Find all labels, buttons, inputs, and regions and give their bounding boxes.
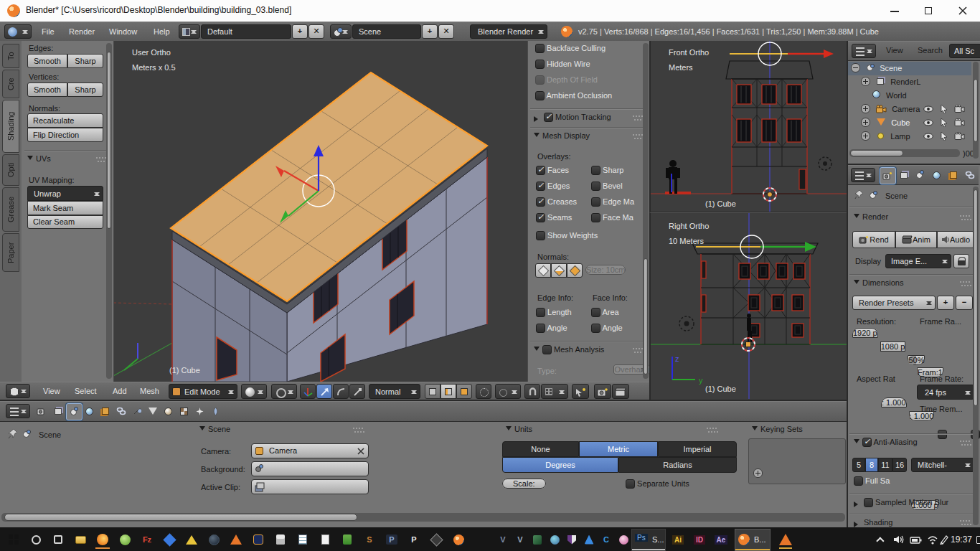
pureref-icon[interactable]: P [382, 530, 401, 549]
toolshelf-scrollbar[interactable] [106, 43, 112, 379]
keying-sets-panel-header[interactable]: Keying Sets [752, 425, 803, 433]
properties-scrollbar[interactable] [973, 187, 979, 525]
tab-paper[interactable]: Paper [2, 233, 19, 272]
ambient-occlusion-row[interactable]: Ambient Occlusion [535, 91, 612, 100]
faces-row[interactable]: Faces [536, 166, 569, 175]
units-imperial-button[interactable]: Imperial [658, 441, 737, 457]
tab-object-data[interactable] [145, 403, 160, 419]
outliner-row-world[interactable]: World [848, 89, 971, 103]
outliner-row-cube[interactable]: Cube [848, 116, 971, 130]
outliner-type-button[interactable] [852, 44, 876, 58]
mesh-analysis-header[interactable]: Mesh Analysis [534, 345, 604, 354]
tray-volume-icon[interactable] [890, 530, 908, 549]
minimize-button[interactable] [879, 0, 912, 22]
menu-render[interactable]: Render [69, 27, 95, 36]
rotate-manipulator-button[interactable] [333, 384, 349, 399]
edge-length-checkbox[interactable] [536, 308, 545, 317]
bottom-hscrollbar[interactable] [1, 513, 845, 522]
edge-smooth-button[interactable]: Smooth [27, 54, 67, 68]
edge-angle-row[interactable]: Angle [536, 324, 567, 333]
pin-icon[interactable] [7, 428, 18, 439]
cursor-icon[interactable] [940, 105, 948, 113]
edge-sharp-button[interactable]: Sharp [67, 54, 103, 68]
clear-seam-button[interactable]: Clear Seam [27, 215, 103, 229]
frame-rate-dropdown[interactable]: 24 fps [917, 385, 974, 400]
camera-field[interactable]: Camera [251, 443, 369, 458]
notepad-icon[interactable] [293, 530, 312, 549]
keying-sets-list[interactable] [748, 438, 846, 484]
viewport-shading-selector[interactable] [241, 384, 267, 399]
manipulator-toggle[interactable] [300, 384, 316, 399]
mark-seam-button[interactable]: Mark Seam [27, 201, 103, 215]
viewport-right[interactable]: z y Right Ortho 10 Meters (1) Cube [649, 212, 847, 400]
face-marks-checkbox[interactable] [591, 213, 600, 222]
show-weights-row[interactable]: Show Weights [536, 231, 598, 240]
panel-grip[interactable] [353, 428, 364, 433]
editor-type-button[interactable] [6, 384, 30, 398]
task-view-icon[interactable] [49, 530, 67, 549]
document-icon[interactable] [316, 530, 334, 549]
viewport-3d[interactable]: User Ortho Meters x 0.5 (1) Cube [113, 41, 527, 382]
recalculate-button[interactable]: Recalculate [27, 113, 103, 128]
face-angle-checkbox[interactable] [591, 324, 600, 333]
bevel-row[interactable]: Bevel [591, 182, 623, 191]
collapse-icon[interactable] [851, 63, 860, 72]
tab-grease-pencil[interactable]: Grease [2, 187, 19, 232]
face-area-checkbox[interactable] [591, 308, 600, 317]
indesign-icon[interactable]: ID [690, 530, 709, 549]
tab-world[interactable] [82, 403, 97, 419]
add-preset-button[interactable]: + [937, 296, 954, 310]
sampled-motion-blur-header[interactable]: Sampled Motion Blur [854, 498, 948, 507]
separate-units-row[interactable]: Separate Units [626, 479, 689, 489]
audio-button[interactable]: Audio [937, 231, 974, 248]
unwrap-menu[interactable]: Unwrap [27, 186, 103, 201]
occlude-geometry-button[interactable] [476, 384, 491, 399]
vmware-icon[interactable]: V [494, 530, 512, 549]
calculator-icon[interactable] [271, 530, 290, 549]
tab-world[interactable] [929, 167, 944, 183]
tab-render[interactable] [34, 403, 50, 419]
blue-app-icon[interactable] [580, 530, 598, 549]
edges-row[interactable]: Edges [536, 182, 570, 191]
tab-object[interactable] [98, 403, 113, 419]
pink-sphere-icon[interactable] [614, 530, 633, 549]
p-app-icon[interactable]: P [405, 530, 423, 549]
smb-checkbox[interactable] [864, 498, 873, 507]
tab-object[interactable] [946, 167, 961, 183]
vertex-select-button[interactable] [425, 384, 440, 399]
panel-grip[interactable] [960, 281, 971, 286]
unity-icon[interactable] [427, 530, 446, 549]
anti-aliasing-checkbox[interactable] [862, 438, 872, 447]
vp-menu-mesh[interactable]: Mesh [140, 387, 159, 395]
unit-scale-slider[interactable]: Scale:1.000 [502, 479, 546, 489]
viewport-front[interactable]: Front Ortho Meters (1) Cube [649, 41, 847, 212]
tab-tools[interactable]: To [2, 44, 19, 68]
face-select-button[interactable] [456, 384, 472, 399]
panel-grip[interactable] [960, 441, 971, 446]
creases-row[interactable]: Creases [536, 197, 577, 207]
snap-element-selector[interactable] [541, 384, 568, 399]
editor-type-selector[interactable] [4, 24, 32, 39]
outliner-filter-dropdown[interactable]: All Sc [949, 44, 980, 58]
scene-selector-icon[interactable] [330, 24, 352, 39]
render-panel-header[interactable]: Render [854, 212, 888, 221]
delete-scene-button[interactable]: ✕ [438, 24, 454, 39]
full-sample-row[interactable]: Full Sa [854, 476, 890, 486]
tab-constraints[interactable] [113, 403, 128, 419]
screen-layout-icon[interactable] [179, 24, 200, 39]
face-normals-toggle[interactable] [567, 263, 583, 278]
close-layout-button[interactable]: ✕ [308, 24, 324, 39]
proportional-edit-selector[interactable] [495, 384, 521, 399]
outliner-menu-view[interactable]: View [886, 46, 903, 55]
sharp-row[interactable]: Sharp [591, 166, 623, 175]
panel-grip[interactable] [707, 428, 718, 433]
tab-render-layers[interactable] [50, 403, 65, 419]
animation-button[interactable]: Anim [895, 231, 937, 248]
render-button[interactable]: Rend [852, 231, 895, 248]
aa-filter-dropdown[interactable]: Mitchell- [911, 458, 974, 472]
outliner-hscrollbar[interactable] [849, 149, 960, 157]
pivot-point-selector[interactable] [271, 384, 297, 399]
add-layout-button[interactable]: + [292, 24, 308, 39]
tab-texture[interactable] [176, 403, 192, 419]
snap-toggle[interactable] [524, 384, 540, 399]
